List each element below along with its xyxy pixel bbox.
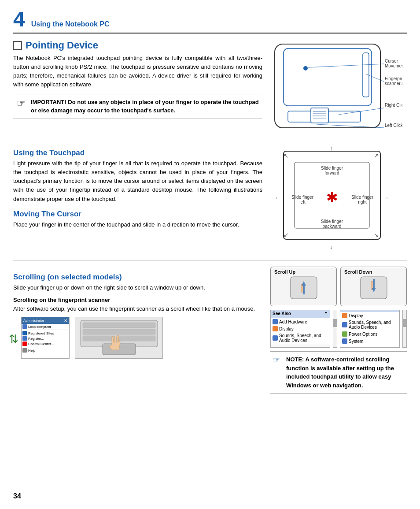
scroll-down-label: Scroll Down [344, 269, 372, 275]
see-also-icon-2 [273, 326, 278, 331]
scrolling-title: Scrolling (on selected models) [13, 273, 262, 282]
svg-rect-41 [83, 323, 155, 328]
page: 4 Using the Notebook PC Pointing Device … [0, 0, 420, 509]
svg-text:backward: backward [323, 224, 342, 229]
scroll-up-label: Scroll Up [274, 269, 295, 275]
scrolling-section: Scrolling (on selected models) Slide you… [13, 267, 407, 394]
hand-icon: ☞ [17, 98, 26, 109]
chapter-header: 4 Using the Notebook PC [13, 9, 407, 33]
svg-text:Slide finger: Slide finger [321, 219, 343, 224]
svg-text:↓: ↓ [330, 244, 333, 250]
svg-text:↘: ↘ [374, 231, 379, 238]
chapter-title: Using the Notebook PC [31, 20, 110, 28]
moving-cursor-body: Place your finger in the center of the t… [13, 220, 262, 229]
svg-text:Right Click: Right Click [385, 103, 402, 108]
svg-text:↗: ↗ [374, 152, 379, 159]
admin-row-1: Lock computer [22, 324, 69, 329]
svg-text:→: → [383, 194, 389, 201]
scroll-down-box: Scroll Down [340, 267, 407, 306]
svg-text:Cursor: Cursor [385, 59, 398, 63]
using-touchpad-title: Using the Touchpad [13, 149, 262, 157]
page-number: 34 [13, 492, 21, 500]
pointing-device-body: The Notebook PC's integrated touchpad po… [13, 54, 262, 89]
see-also-mockup: See Also ⌃ Add Hardware Display Sounds, … [270, 310, 407, 348]
svg-text:Fingerprint: Fingerprint [385, 76, 402, 81]
see-also-item-1: Add Hardware [271, 318, 330, 325]
see-also-item-r4: System [340, 338, 399, 345]
admin-icon-2 [22, 331, 27, 335]
see-also-icon-r1 [342, 313, 347, 318]
see-also-footer [271, 344, 330, 347]
fingerprint-scanner-body: After software setup, you can use the fi… [13, 305, 262, 313]
admin-divider-1 [22, 330, 68, 330]
pointing-device-heading: Pointing Device [13, 40, 262, 51]
keyboard-hand-box [75, 317, 163, 359]
scrollbar-thumb-left [333, 319, 337, 327]
see-also-title-left: See Also ⌃ [271, 310, 330, 318]
scroll-images: ⇅ Administrator ✕ Lock computer [13, 317, 262, 361]
svg-text:✱: ✱ [326, 189, 338, 205]
keyboard-hand-svg [78, 318, 160, 358]
svg-text:right: right [358, 200, 367, 204]
svg-text:←: ← [275, 194, 280, 201]
admin-icon-1 [22, 324, 27, 329]
see-also-item-r3: Power Options [340, 331, 399, 338]
scroll-up-box: Scroll Up [270, 267, 337, 306]
chapter-number: 4 [13, 9, 25, 30]
svg-rect-5 [311, 108, 328, 123]
important-text: IMPORTANT! Do not use any objects in pla… [31, 98, 259, 115]
see-also-box-left: See Also ⌃ Add Hardware Display Sounds, … [270, 310, 330, 348]
svg-text:Movement: Movement [385, 63, 402, 68]
admin-header: Administrator ✕ [22, 317, 69, 324]
svg-text:↙: ↙ [284, 231, 289, 238]
touchpad-left: Using the Touchpad Light pressure with t… [13, 142, 262, 254]
see-also-item-r1: Display [340, 312, 399, 319]
scrolling-left: Scrolling (on selected models) Slide you… [13, 267, 262, 394]
pointing-device-icon [13, 41, 22, 50]
section-divider [13, 260, 407, 260]
double-arrow-icon: ⇅ [9, 332, 18, 346]
admin-icon-4 [22, 342, 27, 346]
moving-cursor-title: Moving The Cursor [13, 210, 262, 219]
svg-text:Slide finger: Slide finger [321, 166, 343, 171]
note-icon: ☞ [273, 355, 280, 365]
touchpad-section: Using the Touchpad Light pressure with t… [13, 142, 407, 254]
admin-row-5: Help [22, 348, 69, 353]
admin-panel-container: ⇅ Administrator ✕ Lock computer [13, 317, 70, 361]
pointing-device-diagram: Cursor Movement Fingerprint scanner / sc… [270, 40, 407, 138]
admin-icon-5 [22, 348, 27, 353]
see-also-box-right: Display Sounds, Speech, and Audio Device… [340, 310, 400, 348]
see-also-icon-3 [273, 335, 278, 341]
note-box: ☞ NOTE: A software-controlled scrolling … [270, 351, 407, 394]
admin-row-4: Control Center... [22, 341, 69, 346]
important-box: ☞ IMPORTANT! Do not use any objects in p… [13, 94, 262, 119]
scrolling-right: Scroll Up Scroll Down [270, 267, 407, 394]
svg-text:scanner / scroll: scanner / scroll [385, 81, 402, 86]
svg-rect-1 [284, 48, 372, 106]
svg-text:left: left [299, 200, 306, 204]
scrollbar-strip-left [333, 310, 337, 348]
svg-text:↖: ↖ [284, 152, 289, 159]
pointing-device-title: Pointing Device [26, 40, 98, 51]
touchpad-diagram-svg: Cursor Movement Fingerprint scanner / sc… [270, 40, 402, 137]
pointing-device-left: Pointing Device The Notebook PC's integr… [13, 40, 262, 138]
see-also-item-r2: Sounds, Speech, and Audio Devices [340, 319, 399, 331]
see-also-item-3: Sounds, Speech, andAudio Devices [271, 332, 330, 344]
see-also-icon-1 [273, 319, 278, 324]
svg-point-10 [303, 66, 308, 71]
admin-panel: Administrator ✕ Lock computer Registered… [21, 317, 70, 359]
scrolling-body: Slide your finger up or down on the righ… [13, 283, 262, 292]
note-text: NOTE: A software-controlled scrolling fu… [286, 356, 394, 389]
scroll-down-svg [356, 272, 391, 301]
see-also-icon-r4 [342, 338, 347, 344]
svg-text:forward: forward [324, 171, 339, 175]
admin-row-3: Register... [22, 336, 69, 341]
svg-text:Left Click: Left Click [385, 123, 402, 128]
svg-rect-42 [83, 329, 155, 334]
movement-diagram: ✱ Slide finger forward Slide finger left… [270, 142, 407, 254]
see-also-icon-r3 [342, 331, 347, 337]
svg-text:↑: ↑ [330, 145, 333, 152]
svg-rect-4 [328, 111, 361, 122]
scroll-up-svg [286, 272, 321, 301]
admin-divider-2 [22, 347, 68, 347]
